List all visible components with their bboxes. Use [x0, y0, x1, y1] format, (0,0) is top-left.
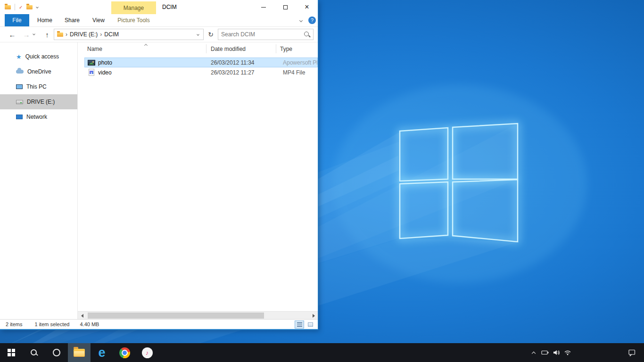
itunes-taskbar-button[interactable]: ♪ — [136, 343, 158, 362]
tab-share[interactable]: Share — [60, 14, 84, 26]
horizontal-scrollbar[interactable] — [78, 311, 318, 319]
cell-type: Apowersoft Pho — [283, 59, 318, 66]
expand-ribbon-icon[interactable] — [299, 19, 303, 22]
breadcrumb-drive[interactable]: DRIVE (E:) — [70, 31, 98, 38]
location-folder-icon — [57, 33, 63, 37]
file-rows: photo 26/03/2012 11:34 Apowersoft Pho vi… — [84, 58, 318, 77]
column-header-name[interactable]: Name — [87, 46, 102, 52]
cortana-button[interactable] — [45, 343, 68, 362]
sidebar-item-onedrive[interactable]: OneDrive — [0, 64, 77, 79]
chevron-up-icon — [532, 351, 536, 355]
volume-button[interactable] — [551, 343, 562, 362]
help-button[interactable]: ? — [308, 16, 316, 24]
tab-picture-tools[interactable]: Picture Tools — [111, 14, 156, 26]
network-icon — [564, 349, 571, 356]
sidebar-item-drive-e[interactable]: DRIVE (E:) — [0, 94, 77, 109]
back-button[interactable]: ← — [7, 29, 18, 40]
cell-name: video — [88, 69, 211, 76]
minimize-icon — [261, 7, 266, 8]
up-button[interactable]: ↑ — [41, 29, 53, 40]
explorer-icon[interactable] — [5, 5, 11, 9]
cell-date-modified: 26/03/2012 11:27 — [211, 69, 283, 76]
file-explorer-icon — [74, 349, 85, 357]
sort-ascending-icon — [144, 44, 148, 47]
chrome-taskbar-button[interactable] — [113, 343, 136, 362]
details-view-button[interactable] — [295, 321, 304, 329]
new-folder-icon[interactable] — [26, 5, 33, 9]
explorer-main: ★ Quick access OneDrive This PC DRIVE (E… — [0, 42, 318, 319]
minimize-button[interactable] — [253, 0, 274, 14]
properties-icon[interactable]: ✓ — [19, 5, 23, 10]
window-controls: × — [253, 0, 318, 14]
cell-name: photo — [88, 59, 211, 66]
sidebar-item-label: Network — [26, 114, 47, 120]
column-headers: Name Date modified Type — [78, 42, 318, 55]
tab-file[interactable]: File — [5, 14, 29, 26]
action-center-icon — [628, 349, 636, 356]
maximize-icon — [283, 5, 288, 9]
sidebar-item-network[interactable]: Network — [0, 109, 77, 124]
close-button[interactable]: × — [296, 0, 318, 14]
view-toggle-buttons — [295, 321, 315, 329]
scrollbar-thumb[interactable] — [88, 313, 264, 319]
battery-icon — [541, 349, 549, 356]
battery-button[interactable] — [539, 343, 551, 362]
forward-button[interactable]: → — [21, 29, 32, 40]
sidebar-item-label: Quick access — [25, 53, 59, 60]
taskbar: e ♪ — [0, 343, 644, 362]
scroll-left-icon[interactable] — [78, 312, 86, 320]
pc-icon — [16, 84, 23, 89]
tab-home[interactable]: Home — [33, 14, 57, 26]
thumbnails-view-button[interactable] — [305, 321, 315, 329]
chevron-right-icon[interactable]: › — [63, 31, 70, 38]
file-row-photo[interactable]: photo 26/03/2012 11:34 Apowersoft Pho — [84, 58, 318, 67]
address-dropdown-icon[interactable] — [197, 33, 199, 36]
separator — [15, 4, 15, 10]
sidebar-item-quick-access[interactable]: ★ Quick access — [0, 49, 77, 64]
file-explorer-window: ✓ Manage DCIM × File Home Share View Pic… — [0, 0, 318, 330]
drive-icon — [16, 100, 23, 104]
navigation-pane: ★ Quick access OneDrive This PC DRIVE (E… — [0, 42, 78, 319]
tab-view[interactable]: View — [88, 14, 109, 26]
chevron-right-icon[interactable]: › — [98, 31, 104, 38]
sidebar-item-label: OneDrive — [27, 68, 51, 75]
breadcrumb-dcim[interactable]: DCIM — [104, 31, 119, 38]
edge-taskbar-button[interactable]: e — [91, 343, 113, 362]
title-bar[interactable]: ✓ Manage DCIM × — [0, 0, 318, 14]
chrome-icon — [119, 347, 130, 358]
window-title: DCIM — [162, 0, 177, 14]
file-explorer-taskbar-button[interactable] — [68, 343, 91, 362]
file-name: photo — [98, 59, 112, 66]
file-row-video[interactable]: video 26/03/2012 11:27 MP4 File — [84, 67, 318, 77]
maximize-button[interactable] — [274, 0, 296, 14]
address-toolbar: ← → ↑ › DRIVE (E:) › DCIM ↻ — [0, 27, 318, 42]
search-input[interactable] — [218, 31, 303, 38]
windows-logo-icon — [8, 349, 15, 356]
search-box[interactable] — [218, 29, 314, 40]
refresh-button[interactable]: ↻ — [206, 29, 216, 40]
status-bar: 2 items 1 item selected 4.40 MB — [0, 319, 318, 329]
column-divider[interactable] — [206, 44, 206, 53]
taskbar-search-button[interactable] — [23, 343, 45, 362]
column-header-date-modified[interactable]: Date modified — [211, 46, 246, 52]
cell-date-modified: 26/03/2012 11:34 — [211, 59, 283, 66]
ribbon-tab-row: File Home Share View Picture Tools ? — [0, 14, 318, 27]
column-header-type[interactable]: Type — [280, 46, 292, 52]
itunes-icon: ♪ — [142, 347, 153, 358]
start-button[interactable] — [0, 343, 23, 362]
customize-toolbar-icon[interactable] — [36, 6, 39, 8]
system-tray — [528, 343, 644, 362]
action-center-button[interactable] — [626, 343, 637, 362]
quick-access-toolbar: ✓ — [5, 0, 38, 14]
sidebar-item-this-pc[interactable]: This PC — [0, 79, 77, 94]
network-button[interactable] — [562, 343, 573, 362]
search-icon[interactable] — [303, 31, 311, 38]
volume-icon — [553, 349, 560, 356]
recent-locations-icon[interactable] — [33, 33, 35, 35]
show-hidden-icons-button[interactable] — [528, 343, 539, 362]
address-bar[interactable]: › DRIVE (E:) › DCIM — [54, 29, 204, 40]
scroll-right-icon[interactable] — [309, 312, 318, 320]
photo-file-icon — [88, 60, 95, 66]
contextual-group-manage[interactable]: Manage — [111, 1, 156, 14]
column-divider[interactable] — [276, 44, 276, 53]
